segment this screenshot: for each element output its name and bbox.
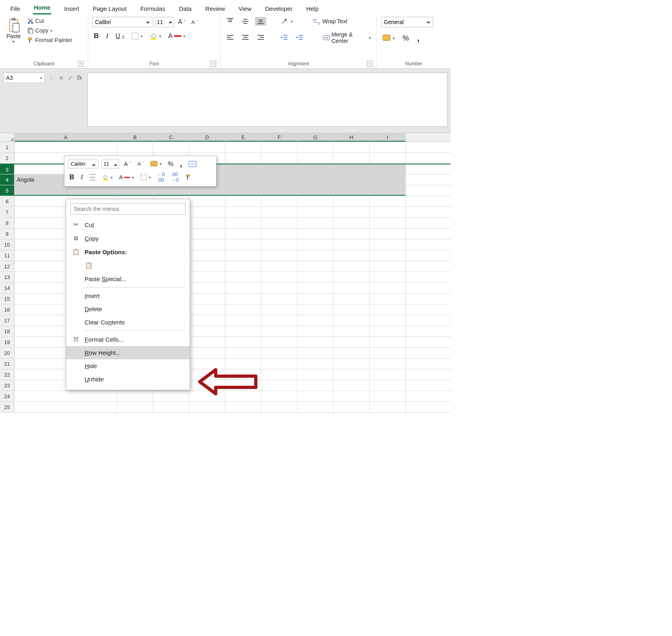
cell-G2[interactable] [298, 153, 334, 163]
cell-H4[interactable] [334, 174, 370, 185]
column-header-H[interactable]: H [334, 133, 370, 142]
wrap-text-button[interactable]: ab Wrap Text [311, 17, 349, 26]
cell-A5[interactable] [14, 185, 117, 196]
cell-C25[interactable] [153, 402, 189, 412]
cell-B5[interactable] [117, 185, 153, 196]
cell-F20[interactable] [261, 348, 298, 358]
cell-G12[interactable] [298, 261, 334, 271]
cell-B25[interactable] [117, 402, 153, 412]
cell-I18[interactable] [370, 326, 406, 336]
row-header-3[interactable]: 3 [0, 164, 14, 174]
cell-H23[interactable] [334, 380, 370, 391]
accounting-format-button[interactable]: ▾ [381, 34, 396, 43]
cell-E13[interactable] [225, 272, 261, 282]
cell-H17[interactable] [334, 315, 370, 326]
row-header-7[interactable]: 7 [0, 207, 14, 217]
cell-C24[interactable] [153, 391, 189, 401]
format-painter-button[interactable]: Format Painter [26, 36, 74, 44]
tab-insert[interactable]: Insert [63, 4, 80, 14]
cell-C1[interactable] [153, 142, 189, 152]
cell-H3[interactable] [334, 164, 370, 174]
shrink-font-button[interactable]: Aˇ [190, 18, 199, 26]
cell-I2[interactable] [370, 153, 406, 163]
cell-E4[interactable] [225, 174, 261, 185]
mini-italic[interactable]: I [79, 172, 85, 182]
cell-I3[interactable] [370, 164, 406, 174]
cell-D25[interactable] [189, 402, 225, 412]
mini-decrease-decimal[interactable]: .00→0 [170, 171, 180, 184]
cell-H1[interactable] [334, 142, 370, 152]
select-all-corner[interactable] [0, 133, 14, 142]
row-header-22[interactable]: 22 [0, 369, 14, 380]
cell-I13[interactable] [370, 272, 406, 282]
column-header-C[interactable]: C [153, 133, 189, 142]
cell-F23[interactable] [261, 380, 298, 391]
grow-font-button[interactable]: Aˆ [176, 18, 187, 26]
row-header-6[interactable]: 6 [0, 196, 14, 207]
cell-D19[interactable] [189, 337, 225, 347]
cell-E19[interactable] [225, 337, 261, 347]
cell-E20[interactable] [225, 348, 261, 358]
mini-shrink-font[interactable]: Aˇ [136, 160, 145, 168]
cell-H9[interactable] [334, 229, 370, 239]
ctx-delete[interactable]: Delete [66, 302, 190, 316]
cell-I15[interactable] [370, 294, 406, 304]
cell-D5[interactable] [189, 185, 225, 196]
cell-I19[interactable] [370, 337, 406, 347]
cell-H2[interactable] [334, 153, 370, 163]
name-box[interactable]: A3 ▾ [3, 73, 45, 83]
tab-developer[interactable]: Developer [264, 4, 293, 14]
comma-style-button[interactable]: , [415, 32, 421, 44]
cell-I5[interactable] [370, 185, 406, 196]
cell-G13[interactable] [298, 272, 334, 282]
cell-H24[interactable] [334, 391, 370, 401]
cell-E3[interactable] [225, 164, 261, 174]
cell-G1[interactable] [298, 142, 334, 152]
orientation-button[interactable]: ▾ [279, 17, 294, 26]
column-header-F[interactable]: F [261, 133, 298, 142]
cell-F17[interactable] [261, 315, 298, 326]
cell-G4[interactable] [298, 174, 334, 185]
tab-page-layout[interactable]: Page Layout [92, 4, 127, 14]
cell-E2[interactable] [225, 153, 261, 163]
underline-button[interactable]: U▾ [114, 32, 126, 41]
cell-I4[interactable] [370, 174, 406, 185]
row-header-20[interactable]: 20 [0, 348, 14, 358]
cell-F7[interactable] [261, 207, 298, 217]
cell-I1[interactable] [370, 142, 406, 152]
cell-F1[interactable] [261, 142, 298, 152]
align-center-button[interactable] [240, 33, 251, 42]
cell-G14[interactable] [298, 283, 334, 293]
cell-G7[interactable] [298, 207, 334, 217]
number-format-select[interactable]: General [381, 17, 433, 27]
cell-C5[interactable] [153, 185, 189, 196]
cell-F22[interactable] [261, 369, 298, 380]
cell-G10[interactable] [298, 239, 334, 250]
mini-borders[interactable] [88, 173, 97, 181]
cell-E5[interactable] [225, 185, 261, 196]
cell-H14[interactable] [334, 283, 370, 293]
column-header-B[interactable]: B [117, 133, 153, 142]
cell-D1[interactable] [189, 142, 225, 152]
row-header-25[interactable]: 25 [0, 402, 14, 412]
increase-indent-button[interactable] [294, 33, 305, 42]
italic-button[interactable]: I [104, 31, 110, 41]
mini-font-select[interactable]: Calibri [68, 160, 98, 168]
cell-H6[interactable] [334, 196, 370, 207]
cell-G5[interactable] [298, 185, 334, 196]
cell-E10[interactable] [225, 239, 261, 250]
cell-D20[interactable] [189, 348, 225, 358]
cell-H15[interactable] [334, 294, 370, 304]
cell-G16[interactable] [298, 304, 334, 315]
cell-H11[interactable] [334, 250, 370, 261]
cell-I21[interactable] [370, 359, 406, 369]
cell-G11[interactable] [298, 250, 334, 261]
cell-D10[interactable] [189, 239, 225, 250]
cell-H18[interactable] [334, 326, 370, 336]
cell-E18[interactable] [225, 326, 261, 336]
cell-F2[interactable] [261, 153, 298, 163]
cell-A25[interactable] [14, 402, 117, 412]
cell-H8[interactable] [334, 218, 370, 228]
cell-F21[interactable] [261, 359, 298, 369]
paste-button[interactable]: Paste ▾ [4, 17, 23, 45]
